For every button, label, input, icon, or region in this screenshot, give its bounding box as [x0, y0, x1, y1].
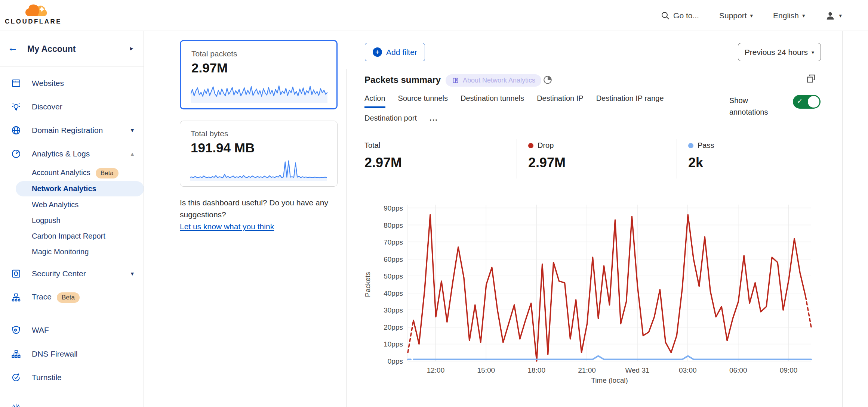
sidebar-item-label: DNS Firewall	[32, 349, 78, 358]
cloudflare-dashboard: CLOUDFLARE Go to... Support ▾ English ▾ …	[0, 0, 868, 407]
dashboard-feedback: Is this dashboard useful? Do you have an…	[180, 197, 341, 233]
cloudflare-wordmark: CLOUDFLARE	[5, 18, 62, 25]
svg-text:06:00: 06:00	[729, 366, 747, 374]
total-packets-value: 2.97M	[191, 60, 228, 75]
total-packets-card[interactable]: Total packets 2.97M	[180, 40, 338, 109]
drop-series-dot	[528, 143, 533, 148]
sidebar-divider	[11, 313, 133, 313]
support-menu[interactable]: Support ▾	[719, 11, 753, 20]
svg-text:70pps: 70pps	[384, 238, 403, 246]
svg-text:50pps: 50pps	[384, 272, 403, 280]
stat-drop-label: Drop	[538, 141, 554, 150]
book-icon	[452, 77, 459, 84]
sidebar-item-domain-registration[interactable]: Domain Registration ▼	[0, 121, 144, 140]
chevron-down-icon: ▾	[839, 12, 842, 19]
sidebar-subitem-magic-monitoring[interactable]: Magic Monitoring	[0, 244, 144, 260]
shield-gear-icon	[11, 325, 21, 335]
sidebar-item-label: Websites	[32, 79, 64, 88]
sidebar-subitem-logpush[interactable]: Logpush	[0, 213, 144, 228]
show-annotations-toggle[interactable]: ✓	[793, 95, 821, 109]
sidebar-subitem-web-analytics[interactable]: Web Analytics	[0, 197, 144, 212]
cloudflare-logo[interactable]: CLOUDFLARE	[0, 0, 67, 31]
total-bytes-value: 191.94 MB	[191, 140, 255, 155]
dns-tree-icon	[11, 349, 21, 359]
svg-text:20pps: 20pps	[384, 323, 403, 331]
time-range-selector[interactable]: Previous 24 hours ▾	[738, 43, 821, 61]
sidebar-item-analytics-logs[interactable]: Analytics & Logs ▲	[0, 145, 144, 163]
lightbulb-icon	[11, 102, 21, 112]
svg-text:09:00: 09:00	[780, 366, 798, 374]
svg-text:15:00: 15:00	[477, 366, 495, 374]
account-menu[interactable]: ▾	[825, 10, 842, 21]
svg-text:18:00: 18:00	[527, 366, 545, 374]
sidebar-subitem-account-analytics[interactable]: Account AnalyticsBeta	[0, 165, 144, 181]
sidebar-account-title[interactable]: My Account	[27, 44, 76, 54]
sidebar-subitem-label: Network Analytics	[32, 184, 96, 193]
panel-top-border	[346, 69, 842, 69]
tab-destination-tunnels[interactable]: Destination tunnels	[461, 94, 524, 108]
sidebar-item-partial[interactable]	[0, 401, 144, 407]
total-packets-title: Total packets	[191, 49, 237, 58]
toggle-knob	[808, 96, 819, 108]
sidebar-item-security-center[interactable]: Security Center ▼	[0, 264, 144, 283]
sidebar-item-trace[interactable]: TraceBeta	[0, 288, 144, 307]
svg-text:80pps: 80pps	[384, 221, 403, 229]
about-badge-label: About Network Analytics	[463, 77, 535, 84]
sidebar-item-websites[interactable]: Websites	[0, 74, 144, 93]
sidebar-item-discover[interactable]: Discover	[0, 97, 144, 116]
beta-badge: Beta	[96, 168, 118, 178]
back-arrow-icon[interactable]: ←	[7, 43, 18, 53]
sidebar-subitem-label: Magic Monitoring	[32, 248, 89, 256]
stat-drop: Drop 2.97M	[528, 141, 566, 171]
header-actions: Go to... Support ▾ English ▾ ▾	[661, 0, 842, 31]
stat-pass-label: Pass	[698, 141, 714, 150]
language-menu[interactable]: English ▾	[773, 11, 805, 20]
panel-tabs-row1: Action Source tunnels Destination tunnel…	[364, 94, 664, 108]
goto-search[interactable]: Go to...	[661, 11, 699, 20]
sidebar-item-waf[interactable]: WAF	[0, 321, 144, 339]
stat-total: Total 2.97M	[364, 141, 402, 171]
add-filter-label: Add filter	[386, 48, 417, 57]
stat-total-label: Total	[364, 141, 380, 150]
svg-text:Packets: Packets	[364, 272, 372, 297]
sidebar-divider	[11, 393, 133, 393]
sidebar-nav: ← My Account ▸ Websites Discover Domain …	[0, 31, 144, 407]
more-tabs-icon[interactable]: ...	[430, 114, 438, 126]
tab-action[interactable]: Action	[364, 94, 385, 108]
tab-destination-port[interactable]: Destination port	[364, 114, 417, 126]
svg-text:60pps: 60pps	[384, 255, 403, 263]
goto-label: Go to...	[673, 11, 699, 20]
sidebar-item-label: Discover	[32, 102, 62, 111]
user-icon	[825, 10, 835, 21]
tab-destination-ip[interactable]: Destination IP	[537, 94, 584, 108]
beta-badge: Beta	[57, 292, 80, 303]
svg-text:30pps: 30pps	[384, 306, 403, 314]
language-label: English	[773, 11, 799, 20]
total-bytes-title: Total bytes	[191, 129, 228, 138]
sidebar-subitem-carbon-impact-report[interactable]: Carbon Impact Report	[0, 229, 144, 244]
sidebar-item-turnstile[interactable]: Turnstile	[0, 368, 144, 387]
sidebar-subitem-label: Web Analytics	[32, 201, 79, 209]
chevron-right-icon[interactable]: ▸	[130, 44, 133, 52]
sidebar-item-label: Domain Registration	[32, 126, 103, 135]
tab-source-tunnels[interactable]: Source tunnels	[398, 94, 448, 108]
support-label: Support	[719, 11, 747, 20]
search-icon	[661, 11, 670, 20]
total-bytes-sparkline	[190, 158, 327, 181]
feedback-text-line1: Is this dashboard useful? Do you have an…	[180, 197, 341, 209]
sidebar-subitem-network-analytics[interactable]: Network Analytics	[0, 181, 144, 196]
stat-drop-value: 2.97M	[528, 155, 566, 171]
svg-text:Time (local): Time (local)	[591, 376, 628, 384]
expand-panel-icon[interactable]	[806, 74, 816, 84]
total-bytes-card[interactable]: Total bytes 191.94 MB	[180, 121, 338, 187]
time-pie-icon[interactable]	[543, 75, 552, 85]
add-filter-button[interactable]: + Add filter	[365, 43, 425, 61]
feedback-link[interactable]: Let us know what you think	[180, 222, 274, 231]
sidebar-item-dns-firewall[interactable]: DNS Firewall	[0, 345, 144, 363]
about-network-analytics-badge[interactable]: About Network Analytics	[446, 74, 541, 87]
svg-text:90pps: 90pps	[384, 204, 403, 212]
tab-destination-ip-range[interactable]: Destination IP range	[596, 94, 664, 108]
trace-icon	[11, 293, 21, 302]
chevron-down-icon: ▼	[130, 127, 135, 133]
packets-time-series-chart: 0pps10pps20pps30pps40pps50pps60pps70pps8…	[346, 194, 842, 402]
